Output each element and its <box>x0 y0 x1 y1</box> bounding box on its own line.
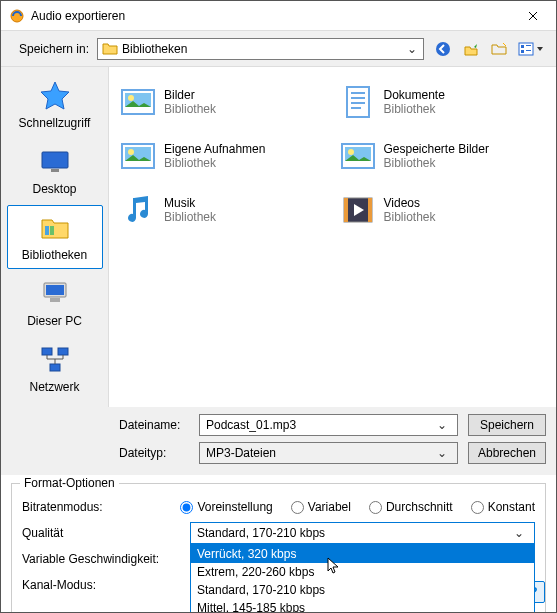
svg-rect-6 <box>526 50 531 51</box>
quality-combo[interactable]: Standard, 170-210 kbps ⌄ Verrückt, 320 k… <box>190 522 535 544</box>
place-label: Schnellzugriff <box>10 116 100 130</box>
lib-item-documents[interactable]: DokumenteBibliothek <box>337 77 549 127</box>
svg-rect-9 <box>45 226 49 235</box>
lib-sub: Bibliothek <box>164 210 216 224</box>
svg-rect-32 <box>344 198 348 222</box>
lib-name: Musik <box>164 196 216 210</box>
svg-rect-14 <box>42 348 52 355</box>
quality-option[interactable]: Standard, 170-210 kbps <box>191 581 534 599</box>
svg-rect-33 <box>368 198 372 222</box>
filetype-label: Dateityp: <box>119 446 199 460</box>
lib-item-music[interactable]: MusikBibliothek <box>117 185 329 235</box>
lib-sub: Bibliothek <box>384 156 489 170</box>
vbr-speed-label: Variable Geschwindigkeit: <box>22 552 190 566</box>
filename-label: Dateiname: <box>119 418 199 432</box>
bitrate-preset-radio[interactable]: Voreinstellung <box>180 500 272 514</box>
pictures-icon <box>120 84 156 120</box>
lib-name: Bilder <box>164 88 216 102</box>
format-legend: Format-Optionen <box>20 476 119 490</box>
network-icon <box>39 344 71 376</box>
place-libraries[interactable]: Bibliotheken <box>7 205 103 269</box>
window-title: Audio exportieren <box>31 9 510 23</box>
star-icon <box>39 80 71 112</box>
back-button[interactable] <box>432 38 454 60</box>
lib-item-pictures[interactable]: BilderBibliothek <box>117 77 329 127</box>
lib-sub: Bibliothek <box>164 102 216 116</box>
quality-option[interactable]: Mittel, 145-185 kbps <box>191 599 534 613</box>
videos-icon <box>340 192 376 228</box>
app-icon <box>9 8 25 24</box>
svg-rect-23 <box>351 102 365 104</box>
filetype-value: MP3-Dateien <box>206 446 437 460</box>
bitrate-mode-label: Bitratenmodus: <box>22 500 180 514</box>
lib-name: Dokumente <box>384 88 445 102</box>
lib-name: Eigene Aufnahmen <box>164 142 265 156</box>
svg-point-19 <box>128 95 134 101</box>
filetype-combo[interactable]: MP3-Dateien ⌄ <box>199 442 458 464</box>
svg-rect-12 <box>46 285 64 295</box>
lib-sub: Bibliothek <box>384 102 445 116</box>
channel-mode-label: Kanal-Modus: <box>22 578 190 592</box>
place-desktop[interactable]: Desktop <box>7 139 103 203</box>
lib-sub: Bibliothek <box>164 156 265 170</box>
chevron-down-icon: ⌄ <box>405 42 419 56</box>
close-button[interactable] <box>510 1 556 31</box>
place-quickaccess[interactable]: Schnellzugriff <box>7 73 103 137</box>
up-button[interactable] <box>460 38 482 60</box>
place-thispc[interactable]: Dieser PC <box>7 271 103 335</box>
lib-item-saved-pictures[interactable]: Gespeicherte BilderBibliothek <box>337 131 549 181</box>
new-folder-button[interactable] <box>488 38 510 60</box>
svg-rect-15 <box>58 348 68 355</box>
svg-rect-7 <box>42 152 68 168</box>
svg-rect-16 <box>50 364 60 371</box>
documents-icon <box>340 84 376 120</box>
place-label: Dieser PC <box>10 314 100 328</box>
quality-label: Qualität <box>22 526 190 540</box>
desktop-icon <box>39 146 71 178</box>
pictures-icon <box>120 138 156 174</box>
quality-value: Standard, 170-210 kbps <box>197 526 514 540</box>
lib-item-videos[interactable]: VideosBibliothek <box>337 185 549 235</box>
place-label: Desktop <box>10 182 100 196</box>
place-label: Bibliotheken <box>10 248 100 262</box>
lib-name: Gespeicherte Bilder <box>384 142 489 156</box>
svg-rect-2 <box>519 43 533 55</box>
save-in-value: Bibliotheken <box>122 42 405 56</box>
svg-rect-21 <box>351 92 365 94</box>
svg-rect-13 <box>50 298 60 302</box>
lib-sub: Bibliothek <box>384 210 436 224</box>
cancel-button[interactable]: Abbrechen <box>468 442 546 464</box>
svg-rect-22 <box>351 97 365 99</box>
chevron-down-icon: ⌄ <box>437 446 451 460</box>
lib-name: Videos <box>384 196 436 210</box>
save-in-combo[interactable]: Bibliotheken ⌄ <box>97 38 424 60</box>
filename-input[interactable]: Podcast_01.mp3 ⌄ <box>199 414 458 436</box>
chevron-down-icon: ⌄ <box>514 526 528 540</box>
svg-point-1 <box>436 42 450 56</box>
svg-point-27 <box>128 149 134 155</box>
svg-rect-5 <box>526 45 531 46</box>
pc-icon <box>39 278 71 310</box>
folder-icon <box>102 41 118 57</box>
lib-item-camera-roll[interactable]: Eigene AufnahmenBibliothek <box>117 131 329 181</box>
bitrate-constant-radio[interactable]: Konstant <box>471 500 535 514</box>
pictures-icon <box>340 138 376 174</box>
quality-option[interactable]: Extrem, 220-260 kbps <box>191 563 534 581</box>
bitrate-variable-radio[interactable]: Variabel <box>291 500 351 514</box>
svg-rect-8 <box>51 169 59 172</box>
libraries-icon <box>39 212 71 244</box>
svg-rect-10 <box>50 226 54 235</box>
svg-rect-4 <box>521 50 524 53</box>
svg-rect-3 <box>521 45 524 48</box>
filename-value: Podcast_01.mp3 <box>206 418 437 432</box>
quality-option[interactable]: Verrückt, 320 kbps <box>191 545 534 563</box>
save-in-label: Speichern in: <box>11 42 97 56</box>
view-menu-button[interactable] <box>516 38 546 60</box>
place-network[interactable]: Netzwerk <box>7 337 103 401</box>
svg-rect-24 <box>351 107 361 109</box>
music-icon <box>120 192 156 228</box>
svg-point-30 <box>348 149 354 155</box>
save-button[interactable]: Speichern <box>468 414 546 436</box>
place-label: Netzwerk <box>10 380 100 394</box>
bitrate-average-radio[interactable]: Durchschnitt <box>369 500 453 514</box>
